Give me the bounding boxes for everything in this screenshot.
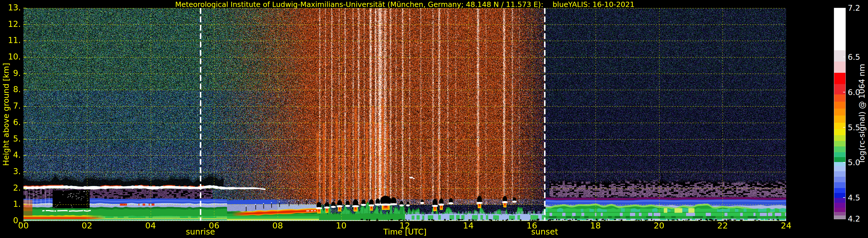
sunset-label: sunset bbox=[531, 228, 558, 236]
colorbar-tick-label: 6.5 bbox=[848, 53, 860, 61]
y-tick-label: 6. bbox=[0, 118, 21, 127]
y-tick-label: 7. bbox=[0, 102, 21, 110]
y-tick-label: 10. bbox=[0, 53, 21, 61]
colorbar-tick-mark bbox=[843, 162, 845, 163]
x-tick-label: 22 bbox=[717, 222, 728, 230]
x-tick-label: 02 bbox=[82, 222, 92, 230]
y-tick-label: 3. bbox=[0, 168, 21, 176]
colorbar-tick-mark bbox=[843, 92, 845, 93]
y-tick-mark bbox=[24, 188, 26, 189]
y-tick-mark bbox=[24, 73, 26, 74]
colorbar-tick-mark bbox=[843, 197, 845, 198]
y-tick-label: 0. bbox=[0, 217, 21, 225]
sunrise-label: sunrise bbox=[186, 228, 215, 236]
colorbar-tick-label: 7.2 bbox=[848, 4, 860, 12]
y-tick-mark bbox=[24, 172, 26, 172]
x-tick-label: 12 bbox=[399, 222, 410, 230]
y-tick-mark bbox=[24, 8, 26, 8]
y-tick-mark bbox=[24, 90, 26, 90]
y-tick-mark bbox=[24, 24, 26, 25]
y-tick-mark bbox=[24, 123, 26, 123]
y-tick-label: 1. bbox=[0, 200, 21, 208]
x-tick-label: 00 bbox=[18, 222, 29, 230]
colorbar-tick-label: 4.5 bbox=[848, 194, 860, 202]
y-tick-label: 5. bbox=[0, 135, 21, 143]
y-tick-mark bbox=[24, 106, 26, 107]
y-tick-label: 13. bbox=[0, 4, 21, 12]
y-tick-label: 11. bbox=[0, 36, 21, 44]
x-tick-label: 24 bbox=[781, 222, 792, 230]
colorbar bbox=[834, 8, 846, 219]
colorbar-tick-mark bbox=[843, 127, 845, 128]
x-tick-label: 14 bbox=[463, 222, 474, 230]
x-tick-label: 08 bbox=[273, 222, 283, 230]
y-tick-label: 12. bbox=[0, 20, 21, 28]
colorbar-title: log(rc-signal) @ 1064 nm bbox=[857, 64, 866, 163]
y-tick-label: 8. bbox=[0, 86, 21, 94]
x-tick-label: 04 bbox=[145, 222, 156, 230]
y-tick-mark bbox=[24, 155, 26, 156]
page-title: Meteorological Institute of Ludwig-Maxim… bbox=[24, 0, 786, 9]
x-tick-label: 10 bbox=[336, 222, 346, 230]
colorbar-tick-label: 4.2 bbox=[848, 215, 860, 223]
y-tick-mark bbox=[24, 40, 26, 41]
y-tick-mark bbox=[24, 57, 26, 58]
lidar-quicklook-page: { "title": "Meteorological Institute of … bbox=[0, 0, 868, 238]
y-tick-label: 2. bbox=[0, 184, 21, 192]
x-tick-label: 20 bbox=[654, 222, 664, 230]
y-axis-title: Height above ground [km] bbox=[1, 63, 10, 166]
heatmap-plot-area bbox=[24, 8, 786, 221]
y-tick-mark bbox=[24, 139, 26, 139]
y-tick-label: 4. bbox=[0, 151, 21, 159]
lidar-heatmap-canvas bbox=[24, 8, 786, 221]
x-tick-label: 18 bbox=[590, 222, 601, 230]
y-tick-label: 9. bbox=[0, 69, 21, 77]
colorbar-tick-mark bbox=[843, 57, 845, 57]
y-tick-mark bbox=[24, 204, 26, 205]
